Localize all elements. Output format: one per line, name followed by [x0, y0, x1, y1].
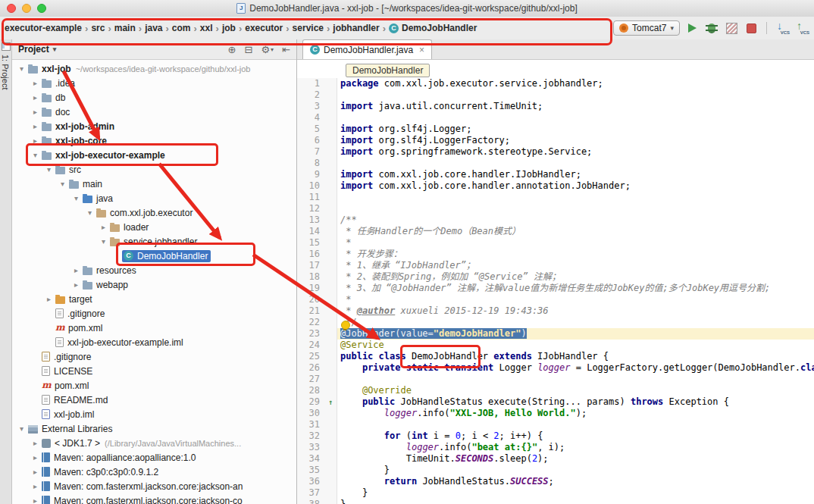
tree-item-xxl-job-admin[interactable]: ▸xxl-job-admin: [12, 119, 296, 133]
expand-arrow-icon[interactable]: ▾: [99, 237, 108, 246]
collapse-arrow-icon[interactable]: ▸: [71, 266, 81, 274]
editor-breadcrumb-chip[interactable]: DemoJobHandler: [346, 64, 430, 77]
code-line-15[interactable]: 15 *: [297, 237, 814, 249]
tree-item-demojobhandler[interactable]: CDemoJobHandler: [12, 249, 296, 263]
breadcrumb-item-executor[interactable]: executor: [243, 21, 284, 35]
tree-item-xxl-job[interactable]: ▾xxl-job~/workspaces/idea-git-workspace/…: [12, 61, 296, 76]
code-line-35[interactable]: 35 }: [297, 465, 814, 476]
tree-item-xxl-job-executor-example.iml[interactable]: xxl-job-executor-example.iml: [12, 335, 296, 349]
locate-file-button[interactable]: ⊕: [228, 44, 236, 55]
code-line-3[interactable]: 3import java.util.concurrent.TimeUnit;: [297, 101, 814, 112]
tree-item-webapp[interactable]: ▸webapp: [12, 277, 296, 292]
code-line-26[interactable]: 26 private static transient Logger logge…: [297, 362, 814, 374]
code-line-8[interactable]: 8: [297, 158, 814, 169]
code-line-9[interactable]: 9import com.xxl.job.core.handler.IJobHan…: [297, 169, 814, 180]
code-line-6[interactable]: 6import org.slf4j.LoggerFactory;: [297, 135, 814, 146]
code-line-12[interactable]: 12: [297, 203, 814, 214]
intention-bulb-icon[interactable]: [341, 321, 350, 330]
tree-item-java[interactable]: ▾java: [12, 191, 296, 205]
code-line-16[interactable]: 16 * 开发步骤：: [297, 249, 814, 260]
breadcrumb-item-service[interactable]: service: [291, 21, 325, 35]
code-line-21[interactable]: 21 * @author xuxueli 2015-12-19 19:43:36: [297, 305, 814, 317]
code-line-7[interactable]: 7import org.springframework.stereotype.S…: [297, 146, 814, 158]
tree-item-.gitignore[interactable]: .gitignore: [12, 349, 296, 364]
collapse-arrow-icon[interactable]: ▸: [71, 280, 81, 289]
code-line-13[interactable]: 13/**: [297, 214, 814, 226]
breadcrumb-item-executor-example[interactable]: executor-example: [3, 21, 83, 35]
tree-item-xxl-job-executor-example[interactable]: ▾xxl-job-executor-example: [12, 148, 296, 162]
breadcrumb-item-java[interactable]: java: [143, 21, 164, 35]
tree-item-xxl-job-core[interactable]: ▸xxl-job-core: [12, 133, 296, 148]
code-line-29[interactable]: 29↑ public JobHandleStatus execute(Strin…: [297, 396, 814, 408]
code-line-17[interactable]: 17 * 1、继承 “IJobHandler”；: [297, 260, 814, 271]
collapse-arrow-icon[interactable]: ▸: [30, 482, 40, 490]
tree-item-loader[interactable]: ▸loader: [12, 220, 296, 234]
code-line-20[interactable]: 20 *: [297, 294, 814, 305]
close-icon[interactable]: ×: [419, 45, 424, 55]
breadcrumb-item-src[interactable]: src: [89, 21, 106, 35]
expand-arrow-icon[interactable]: ▾: [44, 165, 54, 174]
collapse-arrow-icon[interactable]: ▸: [30, 93, 40, 102]
code-line-28[interactable]: 28 @Override: [297, 385, 814, 396]
window-close-button[interactable]: [7, 4, 16, 13]
code-line-24[interactable]: 24@Service: [297, 340, 814, 351]
collapse-arrow-icon[interactable]: ▸: [30, 468, 40, 476]
collapse-arrow-icon[interactable]: ▸: [30, 439, 40, 447]
tree-item--jdk1.7-[interactable]: ▸< JDK1.7 >(/Library/Java/JavaVirtualMac…: [12, 436, 296, 450]
tree-item-pom.xml[interactable]: mpom.xml: [12, 321, 296, 335]
tree-item-.idea[interactable]: ▸.idea: [12, 76, 296, 90]
tree-item-maven-c3p0-c3p0-0.9.1.2[interactable]: ▸Maven: c3p0:c3p0:0.9.1.2: [12, 465, 296, 479]
code-line-1[interactable]: 1package com.xxl.job.executor.service.jo…: [297, 78, 814, 89]
tree-item-target[interactable]: ▸target: [12, 292, 296, 306]
run-button[interactable]: [684, 20, 700, 36]
project-tool-window-button[interactable]: 1: Project: [1, 55, 10, 89]
tree-item-com.xxl.job.executor[interactable]: ▾com.xxl.job.executor: [12, 205, 296, 220]
tree-item-resources[interactable]: ▸resources: [12, 263, 296, 277]
collapse-arrow-icon[interactable]: ▸: [30, 122, 40, 130]
breadcrumb-item-jobhandler[interactable]: jobhandler: [331, 21, 380, 35]
debug-button[interactable]: [704, 20, 719, 36]
expand-arrow-icon[interactable]: ▾: [17, 424, 27, 433]
tree-item-external-libraries[interactable]: ▾External Libraries: [12, 421, 296, 436]
code-line-36[interactable]: 36 return JobHandleStatus.SUCCESS;: [297, 476, 814, 487]
tree-item-xxl-job.iml[interactable]: xxl-job.iml: [12, 407, 296, 421]
tree-item-maven-com.fasterxml.jackson.core-jackson-an[interactable]: ▸Maven: com.fasterxml.jackson.core:jacks…: [12, 479, 296, 493]
collapse-arrow-icon[interactable]: ▸: [30, 453, 40, 462]
collapse-arrow-icon[interactable]: ▸: [30, 496, 40, 504]
tree-item-pom.xml[interactable]: mpom.xml: [12, 378, 296, 393]
tree-item-maven-aopalliance-aopalliance-1.0[interactable]: ▸Maven: aopalliance:aopalliance:1.0: [12, 450, 296, 465]
coverage-button[interactable]: [724, 20, 739, 36]
tree-item-main[interactable]: ▾main: [12, 177, 296, 191]
vcs-update-button[interactable]: ↓ VCS: [775, 20, 790, 36]
tool-window-icon[interactable]: [2, 42, 11, 51]
window-minimize-button[interactable]: [22, 4, 31, 13]
stop-button[interactable]: [744, 20, 759, 36]
tree-item-db[interactable]: ▸db: [12, 90, 296, 105]
breadcrumb-item-demojobhandler[interactable]: CDemoJobHandler: [387, 21, 478, 35]
collapse-all-button[interactable]: ⊟: [245, 44, 253, 55]
code-line-10[interactable]: 10import com.xxl.job.core.handler.annota…: [297, 180, 814, 192]
code-line-31[interactable]: 31: [297, 419, 814, 430]
code-line-37[interactable]: 37 }: [297, 487, 814, 499]
vcs-commit-button[interactable]: ↑ VCS: [794, 20, 809, 36]
code-line-4[interactable]: 4: [297, 112, 814, 124]
panel-settings-button[interactable]: ⚙ ▾: [261, 44, 274, 55]
code-line-25[interactable]: 25public class DemoJobHandler extends IJ…: [297, 351, 814, 362]
expand-arrow-icon[interactable]: ▾: [71, 194, 81, 202]
code-line-23[interactable]: 23@JobHander(value="demoJobHandler"): [297, 328, 814, 340]
editor-tab-demojobhandler[interactable]: C DemoJobHandler.java ×: [302, 39, 432, 59]
tree-item-readme.md[interactable]: README.md: [12, 393, 296, 407]
code-line-18[interactable]: 18 * 2、装配到Spring，例如加 “@Service” 注解；: [297, 271, 814, 283]
code-line-11[interactable]: 11: [297, 192, 814, 203]
collapse-arrow-icon[interactable]: ▸: [30, 108, 40, 116]
expand-arrow-icon[interactable]: ▾: [17, 64, 27, 73]
expand-arrow-icon[interactable]: ▾: [30, 151, 40, 159]
collapse-arrow-icon[interactable]: ▸: [44, 295, 54, 303]
code-line-5[interactable]: 5import org.slf4j.Logger;: [297, 124, 814, 135]
breadcrumb-item-xxl[interactable]: xxl: [199, 21, 214, 35]
tree-item-doc[interactable]: ▸doc: [12, 105, 296, 119]
code-line-30[interactable]: 30 logger.info("XXL-JOB, Hello World.");: [297, 408, 814, 419]
tree-item-.gitignore[interactable]: .gitignore: [12, 306, 296, 321]
override-marker-icon[interactable]: ↑: [324, 396, 337, 408]
breadcrumb-item-main[interactable]: main: [113, 21, 137, 35]
